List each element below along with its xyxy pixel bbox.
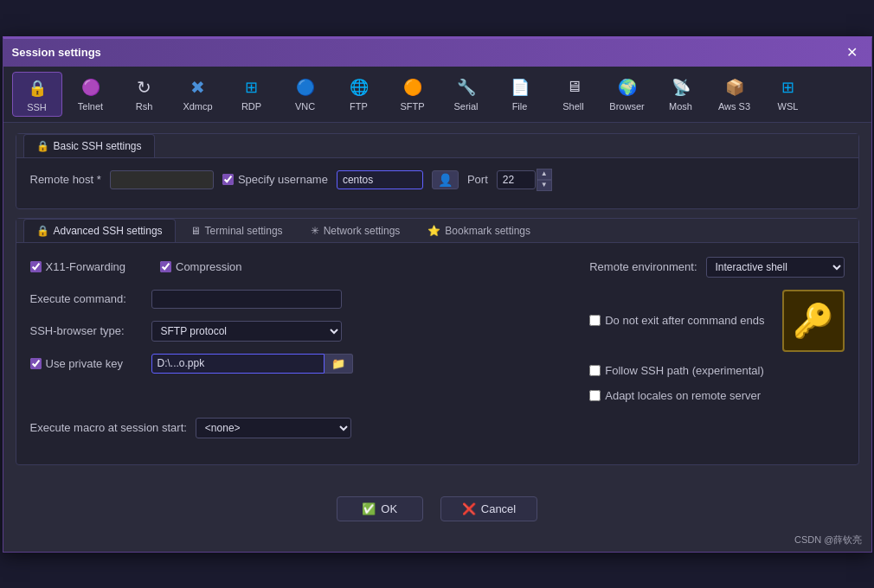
username-input[interactable] (337, 170, 423, 189)
toolbar-browser-label: Browser (609, 101, 644, 112)
toolbar-vnc-label: VNC (295, 101, 315, 112)
mosh-icon: 📡 (669, 75, 693, 99)
toolbar-sftp[interactable]: 🟠 SFTP (388, 72, 438, 117)
x11-forwarding-checkbox[interactable] (30, 261, 42, 272)
execute-command-input[interactable] (151, 290, 342, 309)
bookmark-tab-label: Bookmark settings (445, 225, 530, 237)
adapt-locales-checkbox-label[interactable]: Adapt locales on remote server (589, 389, 761, 402)
remote-host-input[interactable] (110, 170, 214, 189)
awss3-icon: 📦 (723, 75, 747, 99)
execute-command-label: Execute command: (30, 292, 143, 305)
toolbar-serial[interactable]: 🔧 Serial (441, 72, 492, 117)
port-up-button[interactable]: ▲ (537, 169, 552, 180)
toolbar-xdmcp[interactable]: ✖ Xdmcp (173, 72, 223, 117)
execute-macro-select[interactable]: <none> (196, 418, 351, 438)
follow-ssh-checkbox[interactable] (589, 365, 601, 376)
toolbar-rdp[interactable]: ⊞ RDP (227, 72, 277, 117)
use-private-key-checkbox-label[interactable]: Use private key (30, 357, 143, 370)
session-dialog: Session settings ✕ 🔒 SSH 🟣 Telnet ↻ Rsh … (3, 36, 872, 553)
toolbar-telnet[interactable]: 🟣 Telnet (66, 72, 116, 117)
two-column-layout: Execute command: SSH-browser type: SFTP … (30, 290, 845, 414)
top-options-row: X11-Forwarding Compression Remote enviro… (30, 257, 845, 278)
specify-username-checkbox-label[interactable]: Specify username (222, 173, 328, 186)
remote-host-label: Remote host * (30, 173, 101, 186)
xdmcp-icon: ✖ (186, 75, 210, 99)
basic-tab-icon: 🔒 (36, 140, 49, 152)
toolbar-mosh[interactable]: 📡 Mosh (656, 72, 706, 117)
sftp-icon: 🟠 (401, 75, 425, 99)
toolbar-wsl-label: WSL (778, 101, 799, 112)
toolbar-wsl[interactable]: ⊞ WSL (763, 72, 813, 117)
use-private-key-label: Use private key (46, 357, 124, 370)
terminal-settings-tab[interactable]: 🖥 Terminal settings (177, 219, 296, 242)
main-content: 🔒 Basic SSH settings Remote host * Speci… (3, 123, 871, 484)
do-not-exit-row: Do not exit after command ends 🔑 (589, 290, 844, 352)
toolbar-awss3[interactable]: 📦 Aws S3 (710, 72, 760, 117)
specify-username-checkbox[interactable] (222, 174, 234, 185)
compression-checkbox-label[interactable]: Compression (160, 260, 242, 273)
toolbar-browser[interactable]: 🌍 Browser (602, 72, 652, 117)
ftp-icon: 🌐 (347, 75, 371, 99)
port-input[interactable] (497, 170, 536, 189)
user-picker-button[interactable]: 👤 (432, 170, 459, 189)
dialog-buttons: ✅ OK ❌ Cancel (3, 484, 871, 530)
ok-label: OK (381, 502, 397, 515)
toolbar-file[interactable]: 📄 File (495, 72, 545, 117)
remote-env-select[interactable]: Interactive shell Custom None (706, 257, 845, 278)
basic-tab-label: Basic SSH settings (54, 140, 142, 152)
host-row: Remote host * Specify username 👤 Port ▲ … (30, 169, 845, 191)
compression-checkbox[interactable] (160, 261, 171, 272)
remote-env-label: Remote environment: (589, 260, 697, 273)
dialog-title: Session settings (12, 46, 101, 59)
basic-tab-header: 🔒 Basic SSH settings (16, 134, 858, 158)
private-key-path-input[interactable] (151, 354, 325, 374)
toolbar-shell[interactable]: 🖥 Shell (549, 72, 599, 117)
private-key-browse-button[interactable]: 📁 (325, 354, 353, 374)
private-key-file-input: 📁 (151, 354, 353, 374)
toolbar-ssh[interactable]: 🔒 SSH (12, 72, 62, 117)
port-spinner-buttons: ▲ ▼ (537, 169, 552, 191)
do-not-exit-checkbox[interactable] (589, 315, 601, 326)
x11-forwarding-label: X11-Forwarding (46, 260, 126, 273)
toolbar-awss3-label: Aws S3 (718, 101, 750, 112)
basic-ssh-tab[interactable]: 🔒 Basic SSH settings (23, 134, 155, 157)
ok-button[interactable]: ✅ OK (337, 496, 423, 521)
bookmark-settings-tab[interactable]: ⭐ Bookmark settings (415, 219, 543, 242)
execute-macro-label: Execute macro at session start: (30, 421, 187, 434)
shell-icon: 🖥 (562, 75, 586, 99)
adapt-locales-checkbox[interactable] (589, 390, 601, 401)
file-icon: 📄 (508, 75, 532, 99)
toolbar-vnc[interactable]: 🔵 VNC (280, 72, 331, 117)
toolbar-rsh[interactable]: ↻ Rsh (119, 72, 170, 117)
ssh-browser-label: SSH-browser type: (30, 324, 143, 337)
terminal-tab-icon: 🖥 (190, 225, 201, 237)
follow-ssh-label: Follow SSH path (experimental) (605, 364, 764, 377)
terminal-tab-label: Terminal settings (205, 225, 283, 237)
x11-checkbox-label[interactable]: X11-Forwarding (30, 260, 126, 273)
port-down-button[interactable]: ▼ (537, 180, 552, 191)
execute-macro-row: Execute macro at session start: <none> (30, 418, 845, 438)
execute-command-row: Execute command: (30, 290, 573, 309)
follow-ssh-row: Follow SSH path (experimental) (589, 364, 844, 377)
ssh-browser-select[interactable]: SFTP protocol SCP protocol None (151, 321, 342, 342)
toolbar-ftp[interactable]: 🌐 FTP (334, 72, 384, 117)
basic-ssh-panel: 🔒 Basic SSH settings Remote host * Speci… (16, 133, 859, 209)
toolbar-shell-label: Shell (562, 101, 583, 112)
follow-ssh-checkbox-label[interactable]: Follow SSH path (experimental) (589, 364, 764, 377)
use-private-key-checkbox[interactable] (30, 358, 42, 369)
toolbar-file-label: File (512, 101, 528, 112)
key-icon-box: 🔑 (782, 290, 845, 352)
advanced-ssh-tab[interactable]: 🔒 Advanced SSH settings (23, 219, 176, 242)
toolbar-rsh-label: Rsh (136, 101, 153, 112)
bookmark-tab-icon: ⭐ (427, 225, 440, 237)
do-not-exit-checkbox-label[interactable]: Do not exit after command ends (589, 314, 764, 327)
telnet-icon: 🟣 (79, 75, 103, 99)
watermark-text: CSDN @薛钦亮 (794, 534, 862, 545)
advanced-tab-label: Advanced SSH settings (54, 225, 163, 237)
cancel-button[interactable]: ❌ Cancel (440, 496, 537, 521)
right-column: Do not exit after command ends 🔑 Fol (589, 290, 844, 414)
network-settings-tab[interactable]: ✳ Network settings (298, 219, 414, 242)
toolbar-serial-label: Serial (453, 101, 478, 112)
close-button[interactable]: ✕ (841, 44, 863, 61)
toolbar-ftp-label: FTP (350, 101, 368, 112)
